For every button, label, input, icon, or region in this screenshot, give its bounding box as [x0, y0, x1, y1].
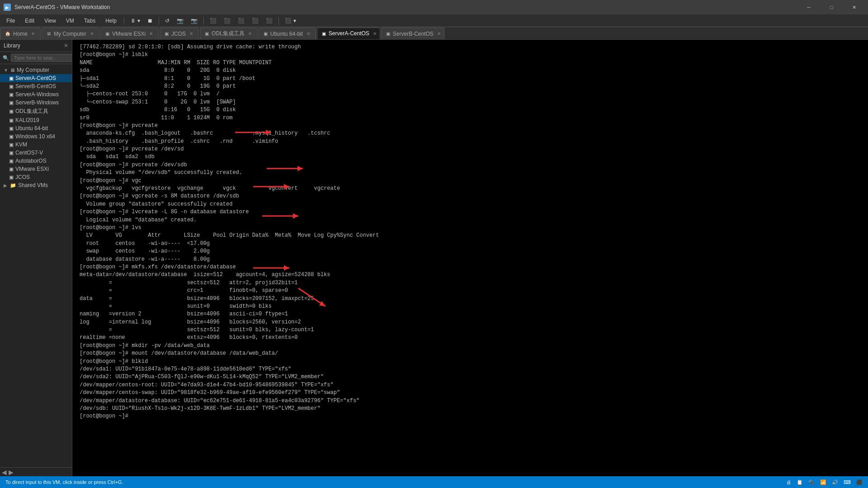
tab-home-close[interactable]: ✕ — [30, 31, 36, 36]
library-bottom-bar: ◀ ▶ — [0, 467, 72, 476]
vm-icon-8: ▣ — [9, 134, 14, 140]
tab-my-computer-label: My Computer — [54, 31, 86, 37]
terminal-line: [root@bogon ~]# mkfs.xfs /dev/datastore/… — [80, 263, 861, 271]
sidebar-item-jcos[interactable]: ▣ JCOS — [0, 173, 72, 181]
sidebar-item-ubuntu-64bit[interactable]: ▣ Ubuntu 64-bit — [0, 124, 72, 132]
tab-my-computer[interactable]: 🖥 My Computer ✕ — [42, 28, 99, 39]
vm-icon-10: ▣ — [9, 150, 14, 156]
sidebar-item-shared-vms[interactable]: ▶ 📁 Shared VMs — [0, 181, 72, 189]
sidebar-item-kvm[interactable]: ▣ KVM — [0, 141, 72, 149]
terminal-line: log =internal log bsize=4096 blocks=2560… — [80, 319, 861, 326]
toolbar-view5-button[interactable]: ⬛ — [263, 16, 276, 26]
vm-icon-9: ▣ — [9, 142, 14, 148]
tab-ubuntu-64bit[interactable]: ▣ Ubuntu 64-bit ✕ — [259, 28, 316, 39]
terminal-line: [root@bogon ~]# pvcreate /dev/sdb — [80, 161, 861, 169]
lib-scroll-right-button[interactable]: ▶ — [9, 469, 14, 476]
tab-serverA-centos[interactable]: ▣ ServerA-CentOS ✕ — [317, 28, 380, 39]
tab-vmware-esxi[interactable]: ▣ VMware ESXi ✕ — [100, 28, 159, 39]
tab-jcos-close[interactable]: ✕ — [189, 31, 194, 36]
tab-serverB-centos[interactable]: ▣ ServerB-CentOS ✕ — [381, 28, 444, 39]
toolbar-view4-button[interactable]: ⬛ — [249, 16, 262, 26]
toolbar-view3-button[interactable]: ⬛ — [235, 16, 248, 26]
terminal-line: = sunit=0 swidth=0 blks — [80, 303, 861, 310]
tab-jcos[interactable]: ▣ JCOS ✕ — [160, 28, 199, 39]
tab-ubuntu-close[interactable]: ✕ — [306, 31, 311, 36]
statusbar-network-icon[interactable]: 📶 — [820, 479, 826, 485]
titlebar: ▶ ServerA-CentOS - VMware Workstation ─ … — [0, 0, 868, 14]
tab-odl-tools[interactable]: ▣ ODL集成工具 ✕ — [200, 28, 258, 39]
toolbar-view2-button[interactable]: ⬛ — [221, 16, 234, 26]
toolbar-view1-button[interactable]: ⬛ — [207, 16, 220, 26]
terminal-content[interactable]: [77462.782289] sd 2:0:1:0: [sdb] Assumin… — [72, 40, 868, 476]
tab-vmware-esxi-close[interactable]: ✕ — [148, 31, 154, 36]
sidebar-kali2019-label: KALI2019 — [15, 117, 39, 123]
sidebar-item-odl-tools[interactable]: ▣ ODL集成工具 — [0, 107, 72, 116]
toolbar-revert-button[interactable]: ↺ — [162, 16, 173, 26]
statusbar-clipboard-icon[interactable]: 📋 — [797, 479, 803, 485]
sidebar-item-kali2019[interactable]: ▣ KALI2019 — [0, 116, 72, 124]
terminal-line: meta-data=/dev/datastore/database isize=… — [80, 271, 861, 279]
toolbar-snapshot-button[interactable]: 📷 — [174, 16, 187, 26]
library-search-input[interactable] — [11, 54, 80, 62]
tab-serverB-centos-label: ServerB-CentOS — [393, 31, 434, 37]
statusbar-printer-icon[interactable]: 🖨 — [786, 479, 791, 485]
library-close-button[interactable]: ✕ — [64, 42, 68, 49]
tab-home[interactable]: 🏠 Home ✕ — [0, 28, 41, 39]
window-controls: ─ □ ✕ — [798, 0, 864, 14]
sidebar-item-serverB-windows[interactable]: ▣ ServerB-Windows — [0, 99, 72, 107]
terminal-line: .bash_history .bash_profile .cshrc .rnd … — [80, 138, 861, 145]
toolbar-snapshot2-button[interactable]: 📷 — [188, 16, 201, 26]
sidebar-item-serverA-centos[interactable]: ▣ ServerA-CentOS — [0, 74, 72, 82]
menu-view[interactable]: View — [40, 16, 61, 26]
menu-tabs[interactable]: Tabs — [80, 16, 100, 26]
menu-edit[interactable]: Edit — [20, 16, 39, 26]
sidebar-item-my-computer[interactable]: ▼ 🖥 My Computer — [0, 66, 72, 74]
sidebar-my-computer-label: My Computer — [17, 67, 49, 73]
tab-my-computer-close[interactable]: ✕ — [89, 31, 94, 36]
terminal-line: [root@bogon ~]# mkdir -pv /data/web_data — [80, 342, 861, 350]
jcos-tab-icon: ▣ — [165, 31, 169, 36]
statusbar-message: To direct input to this VM, click inside… — [5, 479, 123, 485]
home-icon: 🏠 — [5, 31, 10, 36]
sidebar-item-serverB-centos[interactable]: ▣ ServerB-CentOS — [0, 82, 72, 90]
maximize-button[interactable]: □ — [821, 0, 842, 14]
sidebar-item-windows-10[interactable]: ▣ Windows 10 x64 — [0, 132, 72, 141]
statusbar-audio-icon[interactable]: 🔊 — [832, 479, 838, 485]
sidebar-item-serverA-windows[interactable]: ▣ ServerA-Windows — [0, 90, 72, 99]
terminal-line: sdb 8:16 0 15G 0 disk — [80, 106, 861, 114]
terminal-line: /dev/mapper/datastore-database: UUID="ec… — [80, 397, 861, 405]
statusbar-display2-icon[interactable]: ⬛ — [856, 479, 863, 485]
tab-odl-tools-close[interactable]: ✕ — [247, 31, 253, 36]
terminal-line: /dev/sda2: UUID="AjPRua-C503-fQlJ-e90w-d… — [80, 373, 861, 381]
app-icon: ▶ — [4, 4, 11, 11]
lib-scroll-left-button[interactable]: ◀ — [2, 469, 7, 476]
menu-help[interactable]: Help — [101, 16, 121, 26]
statusbar-usb-icon[interactable]: 🔌 — [808, 479, 815, 485]
sidebar-item-vmware-esxi[interactable]: ▣ VMware ESXi — [0, 165, 72, 173]
tab-serverA-centos-label: ServerA-CentOS — [329, 30, 369, 37]
sidebar-kvm-label: KVM — [15, 141, 27, 148]
tab-serverB-close[interactable]: ✕ — [436, 31, 442, 36]
tab-odl-tools-label: ODL集成工具 — [212, 30, 245, 38]
terminal-line: vgcfgbackup vgcfgrestore vgchange vgck v… — [80, 185, 861, 192]
terminal-line: realtime =none extsz=4096 blocks=0, rtex… — [80, 334, 861, 342]
tab-serverA-close[interactable]: ✕ — [372, 31, 377, 36]
toolbar-power-button[interactable]: ⏸ ▾ — [127, 16, 143, 26]
menu-vm[interactable]: VM — [61, 16, 79, 26]
snapshot2-icon: 📷 — [191, 18, 198, 24]
statusbar-keyboard-icon[interactable]: ⌨ — [844, 479, 851, 485]
close-button[interactable]: ✕ — [844, 0, 864, 14]
vm-icon-2: ▣ — [9, 84, 14, 89]
toolbar-shutdown-button[interactable]: ⏹ — [144, 16, 156, 26]
terminal-line: = sectsz=512 sunit=0 blks, lazy-count=1 — [80, 326, 861, 334]
terminal-line: database datastore -wi-a----- 8.00g — [80, 256, 861, 263]
sidebar-item-centos7-v[interactable]: ▣ CentOS7-V — [0, 149, 72, 157]
ubuntu-tab-icon: ▣ — [264, 31, 268, 36]
toolbar-display-button[interactable]: ⬛ ▾ — [282, 16, 299, 26]
minimize-button[interactable]: ─ — [798, 0, 819, 14]
menu-file[interactable]: File — [2, 16, 19, 26]
terminal-line: sda sda1 sda2 sdb — [80, 153, 861, 161]
terminal-area[interactable]: [77462.782289] sd 2:0:1:0: [sdb] Assumin… — [72, 40, 868, 476]
terminal-line: [root@bogon ~]# mount /dev/datastore/dat… — [80, 350, 861, 357]
sidebar-item-autolaboros[interactable]: ▣ AutolaborOS — [0, 157, 72, 165]
